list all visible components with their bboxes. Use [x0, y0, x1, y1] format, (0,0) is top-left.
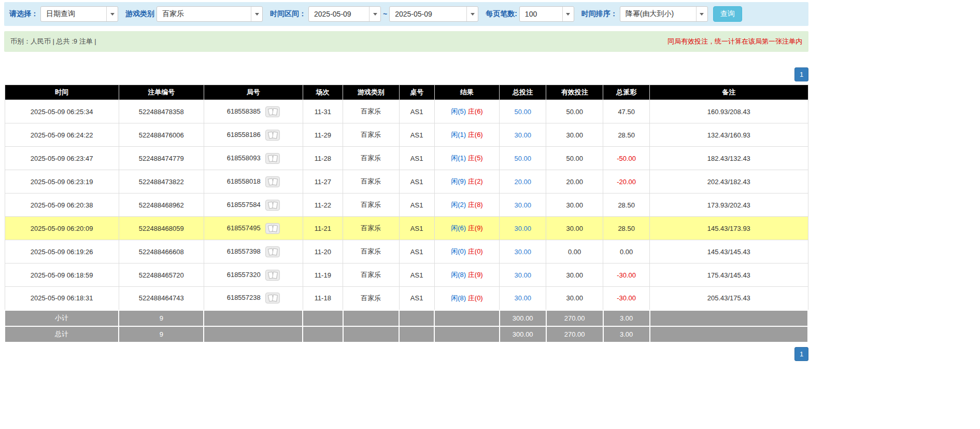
page-button[interactable]: 1	[794, 67, 808, 81]
table-row: 2025-05-09 06:25:34522488478358618558385…	[5, 100, 808, 123]
valid-bet-cell: 30.00	[546, 287, 603, 310]
game-type-cell: 百家乐	[343, 264, 400, 287]
page-size-select[interactable]: 100	[519, 6, 574, 22]
total-bet-link[interactable]: 30.00	[514, 271, 531, 279]
subtotal-valid-bet: 270.00	[546, 310, 603, 326]
subtotal-count: 9	[119, 310, 204, 326]
valid-bet-cell: 20.00	[546, 170, 603, 193]
result-cell: 闲(6) 庄(9)	[434, 217, 500, 240]
payout-cell: 28.50	[603, 123, 650, 147]
chevron-down-icon	[466, 7, 478, 21]
view-cards-icon[interactable]	[265, 200, 280, 211]
remark-cell: 202.43/182.43	[650, 170, 808, 193]
player-result: 闲(8)	[451, 271, 466, 279]
payout-cell: 0.00	[603, 240, 650, 264]
table-row: 2025-05-09 06:20:38522488468962618557584…	[5, 193, 808, 217]
round-id: 618557495	[227, 224, 261, 231]
session-cell: 11-27	[303, 170, 343, 193]
game-type-select[interactable]: 百家乐	[157, 6, 263, 22]
time-cell: 2025-05-09 06:23:19	[5, 170, 119, 193]
total-bet-cell: 50.00	[500, 147, 546, 170]
subtotal-label: 小计	[5, 310, 119, 326]
date-to-select[interactable]: 2025-05-09	[389, 6, 478, 22]
round-id: 618558186	[227, 130, 261, 138]
payout-value: 28.50	[618, 225, 635, 232]
total-bet-link[interactable]: 50.00	[514, 108, 531, 116]
session-cell: 11-19	[303, 264, 343, 287]
payout-cell: -50.00	[603, 147, 650, 170]
session-cell: 11-18	[303, 287, 343, 310]
date-from-select[interactable]: 2025-05-09	[308, 6, 381, 22]
table-row: 2025-05-09 06:19:26522488466608618557398…	[5, 240, 808, 264]
view-cards-icon[interactable]	[265, 270, 280, 281]
payout-value: -30.00	[617, 294, 636, 302]
game-type-cell: 百家乐	[343, 170, 400, 193]
search-button[interactable]: 查询	[713, 6, 742, 22]
round-cell: 618557238	[204, 287, 303, 310]
banker-result: 庄(9)	[468, 271, 483, 279]
col-header-session: 场次	[303, 85, 343, 100]
remark-cell: 182.43/132.43	[650, 147, 808, 170]
total-bet-cell: 30.00	[500, 240, 546, 264]
total-bet-link[interactable]: 30.00	[514, 201, 531, 209]
session-cell: 11-20	[303, 240, 343, 264]
valid-bet-cell: 50.00	[546, 147, 603, 170]
result-cell: 闲(8) 庄(0)	[434, 287, 500, 310]
payout-value: -20.00	[617, 178, 636, 186]
table-no-cell: AS1	[399, 100, 434, 123]
table-no-cell: AS1	[399, 287, 434, 310]
page-button[interactable]: 1	[794, 347, 808, 361]
payout-cell: -20.00	[603, 170, 650, 193]
sort-order-label: 时间排序：	[581, 9, 618, 19]
result-cell: 闲(1) 庄(6)	[434, 123, 500, 147]
game-type-cell: 百家乐	[343, 147, 400, 170]
game-type-cell: 百家乐	[343, 193, 400, 217]
time-cell: 2025-05-09 06:18:31	[5, 287, 119, 310]
total-payout: 3.00	[603, 326, 650, 342]
sort-order-select[interactable]: 降幂(由大到小)	[620, 6, 708, 22]
view-cards-icon[interactable]	[265, 293, 280, 303]
total-bet-cell: 50.00	[500, 100, 546, 123]
chevron-down-icon	[696, 7, 707, 21]
query-type-select[interactable]: 日期查询	[40, 6, 118, 22]
session-cell: 11-31	[303, 100, 343, 123]
view-cards-icon[interactable]	[265, 223, 280, 234]
subtotal-payout: 3.00	[603, 310, 650, 326]
player-result: 闲(6)	[451, 224, 466, 232]
result-cell: 闲(2) 庄(8)	[434, 193, 500, 217]
total-bet-link[interactable]: 30.00	[514, 225, 531, 232]
result-cell: 闲(1) 庄(5)	[434, 147, 500, 170]
col-header-remark: 备注	[650, 85, 808, 100]
view-cards-icon[interactable]	[265, 246, 280, 257]
session-cell: 11-29	[303, 123, 343, 147]
total-valid-bet: 270.00	[546, 326, 603, 342]
view-cards-icon[interactable]	[265, 153, 280, 164]
table-row: 2025-05-09 06:23:47522488474779618558093…	[5, 147, 808, 170]
date-from-value: 2025-05-09	[309, 7, 369, 21]
round-id: 618558093	[227, 154, 261, 161]
table-no-cell: AS1	[399, 217, 434, 240]
page-size-label: 每页笔数:	[486, 9, 517, 19]
round-id: 618558018	[227, 177, 261, 185]
col-header-round: 局号	[204, 85, 303, 100]
payout-value: 47.50	[618, 108, 635, 116]
total-bet-link[interactable]: 30.00	[514, 131, 531, 139]
banker-result: 庄(6)	[468, 107, 483, 115]
view-cards-icon[interactable]	[265, 176, 280, 187]
game-type-value: 百家乐	[157, 7, 251, 21]
total-bet-cell: 30.00	[500, 287, 546, 310]
payout-value: 28.50	[618, 131, 635, 139]
time-cell: 2025-05-09 06:24:22	[5, 123, 119, 147]
query-type-value: 日期查询	[41, 7, 106, 21]
total-bet-link[interactable]: 30.00	[514, 248, 531, 256]
payout-cell: 28.50	[603, 193, 650, 217]
game-type-cell: 百家乐	[343, 100, 400, 123]
view-cards-icon[interactable]	[265, 106, 280, 117]
table-row: 2025-05-09 06:23:19522488473822618558018…	[5, 170, 808, 193]
pagination-bottom: 1	[4, 347, 808, 361]
time-cell: 2025-05-09 06:20:09	[5, 217, 119, 240]
total-bet-link[interactable]: 30.00	[514, 294, 531, 302]
total-bet-link[interactable]: 20.00	[514, 178, 531, 186]
view-cards-icon[interactable]	[265, 130, 280, 141]
total-bet-link[interactable]: 50.00	[514, 155, 531, 162]
